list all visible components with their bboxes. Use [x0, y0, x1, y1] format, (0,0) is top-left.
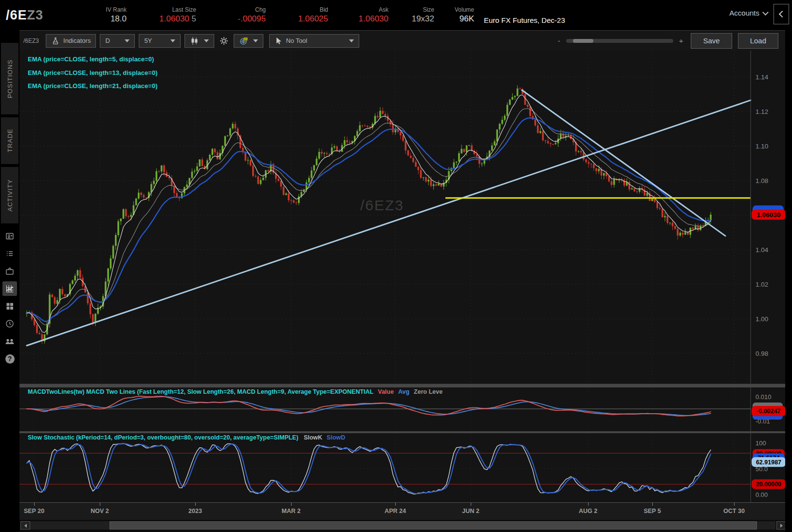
price-chart-canvas[interactable]: /6EZ31.141.121.101.081.041.021.000.981.0…	[19, 51, 792, 384]
svg-text:/6EZ3: /6EZ3	[360, 197, 404, 213]
field-last-size: Last Size 1.06030 5	[127, 6, 196, 24]
svg-text:1.14: 1.14	[755, 73, 769, 81]
sidebar-tab-trade[interactable]: TRADE	[1, 117, 18, 164]
x-axis-label: 2023	[188, 508, 202, 514]
dropdown-arrow-icon	[125, 39, 129, 42]
news-icon[interactable]	[2, 229, 17, 243]
chart-icon[interactable]	[2, 281, 17, 296]
dropdown-arrow-icon	[170, 39, 175, 42]
x-axis-label: SEP 5	[644, 508, 661, 514]
drawing-tool-dropdown[interactable]: No Tool	[269, 34, 359, 48]
gear-icon	[219, 36, 229, 46]
x-axis-tick	[291, 503, 292, 506]
x-axis-label: APR 24	[385, 508, 406, 514]
field-bid: Bid1.06025	[266, 6, 328, 24]
candlestick-icon	[190, 37, 200, 45]
indicators-button[interactable]: Indicators	[46, 34, 96, 48]
help-icon[interactable]: ?	[2, 351, 17, 366]
sidebar-tab-activity[interactable]: ACTIVITY	[1, 167, 18, 223]
scroll-right-button[interactable]	[776, 521, 786, 530]
contract-description: Euro FX Futures, Dec-23	[484, 16, 565, 30]
svg-text:1.10: 1.10	[755, 143, 768, 150]
x-axis-tick	[652, 503, 653, 506]
zoom-slider[interactable]	[566, 39, 673, 43]
scroll-left-button[interactable]	[20, 521, 30, 530]
x-axis-label: JUN 2	[462, 508, 479, 514]
dropdown-arrow-icon	[204, 39, 209, 42]
symbol-input[interactable]: /6EZ3	[23, 37, 39, 44]
symbol-title: /6EZ3	[0, 8, 69, 23]
scrollbar-track[interactable]	[30, 521, 775, 530]
x-axis-tick	[195, 503, 196, 506]
clock-icon[interactable]	[2, 316, 17, 331]
chevron-left-icon	[778, 11, 785, 18]
sidebar-tab-positions[interactable]: POSITIONS	[1, 43, 18, 114]
svg-text:-0.00247: -0.00247	[756, 408, 780, 415]
svg-text:1.12: 1.12	[755, 108, 768, 115]
timeframe-dropdown[interactable]: D	[100, 34, 135, 48]
field-size: Size19x32	[388, 6, 434, 24]
chevron-down-icon	[762, 9, 769, 16]
globe-icon	[239, 36, 249, 46]
chart-scrollbar	[19, 520, 792, 532]
dropdown-arrow-icon	[253, 39, 258, 42]
macd-panel: 0.010-0.01-0.00247 MACDTwoLines(tw) MACD…	[19, 387, 792, 431]
stochastic-panel: 10050.00.0080.0000071.617462.9198720.000…	[19, 433, 792, 502]
beaker-icon	[51, 37, 60, 45]
chart-settings-button[interactable]	[219, 36, 229, 46]
ema21-label[interactable]: EMA (price=CLOSE, length=21, displace=0)	[28, 79, 157, 93]
svg-text:1.06030: 1.06030	[757, 211, 781, 219]
panel-divider[interactable]	[19, 384, 792, 387]
zoom-slider-handle[interactable]	[573, 39, 593, 43]
tv-icon[interactable]	[2, 264, 17, 278]
svg-text:0.98: 0.98	[755, 350, 768, 357]
globe-grid-dropdown[interactable]	[234, 34, 263, 48]
x-axis-tick	[588, 503, 589, 506]
macd-study-label[interactable]: MACDTwoLines(tw) MACD Two Lines (Fast Le…	[28, 388, 442, 395]
svg-text:1.04: 1.04	[755, 246, 769, 254]
x-axis-tick	[395, 503, 396, 506]
range-dropdown[interactable]: 5Y	[139, 34, 181, 48]
people-icon[interactable]	[2, 334, 17, 349]
accounts-dropdown[interactable]: Accounts	[729, 9, 768, 17]
field-iv-rank: IV Rank18.0	[69, 6, 127, 24]
field-chg: Chg-.00095	[196, 6, 266, 24]
zoom-control: - +	[558, 37, 683, 45]
field-volume: Volume96K	[434, 6, 474, 24]
chart-gadget: /6EZ3 Indicators D 5Y No Tool -	[19, 30, 792, 532]
x-axis-label: AUG 2	[579, 508, 597, 514]
load-button[interactable]: Load	[738, 33, 778, 49]
x-axis-label: MAR 2	[282, 508, 301, 514]
field-ask: Ask1.06030	[328, 6, 388, 24]
svg-text:0.010: 0.010	[755, 393, 772, 401]
x-axis-tick	[734, 503, 735, 506]
save-button[interactable]: Save	[691, 33, 732, 49]
x-axis-tick	[100, 503, 100, 506]
chart-type-dropdown[interactable]	[184, 34, 214, 48]
right-gutter	[785, 30, 792, 532]
x-axis-label: NOV 2	[91, 508, 109, 514]
stochastic-study-label[interactable]: Slow Stochastic (kPeriod=14, dPeriod=3, …	[28, 434, 345, 441]
price-panel: /6EZ31.141.121.101.081.041.021.000.981.0…	[19, 51, 792, 384]
chart-toolbar: /6EZ3 Indicators D 5Y No Tool -	[19, 30, 792, 51]
watchlist-icon[interactable]	[2, 246, 17, 261]
zoom-out-button[interactable]: -	[558, 37, 560, 45]
svg-text:1.02: 1.02	[755, 281, 768, 288]
time-axis[interactable]: SEP 20NOV 22023MAR 2APR 24JUN 2AUG 2SEP …	[19, 502, 792, 520]
zoom-in-button[interactable]: +	[679, 37, 683, 45]
collapse-panel-button[interactable]	[774, 4, 789, 24]
svg-text:1.08: 1.08	[755, 177, 768, 184]
ema13-label[interactable]: EMA (price=CLOSE, length=13, displace=0)	[28, 66, 157, 80]
scrollbar-thumb[interactable]	[110, 521, 757, 530]
x-axis-tick	[471, 503, 471, 506]
triangle-right-icon	[780, 524, 783, 528]
cursor-icon	[275, 37, 282, 45]
stochastic-chart-canvas[interactable]: 10050.00.0080.0000071.617462.9198720.000…	[19, 433, 792, 502]
study-labels: EMA (price=CLOSE, length=5, displace=0) …	[28, 53, 157, 93]
ema5-label[interactable]: EMA (price=CLOSE, length=5, displace=0)	[28, 53, 157, 66]
x-axis-label: OCT 30	[723, 508, 745, 514]
triangle-left-icon	[24, 524, 27, 528]
x-axis-tick	[34, 503, 35, 506]
symbol-header: /6EZ3 IV Rank18.0 Last Size 1.06030 5 Ch…	[0, 0, 792, 30]
grid-icon[interactable]	[2, 299, 17, 313]
